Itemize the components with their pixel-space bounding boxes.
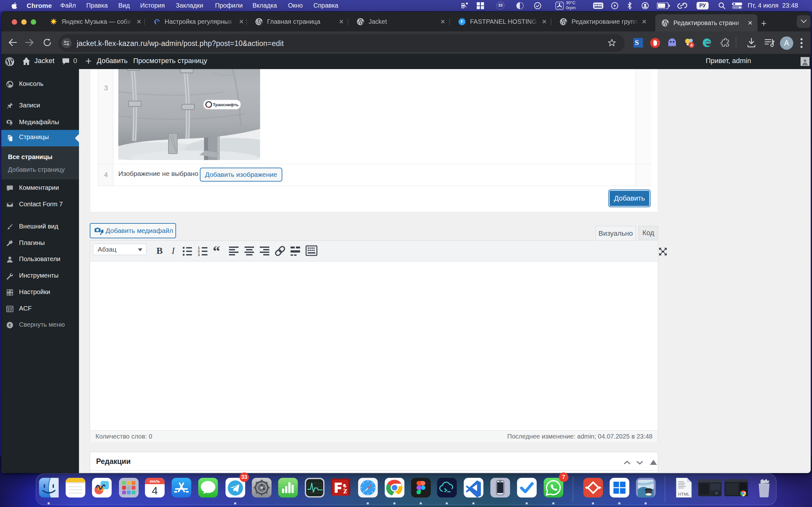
svg-text:Транснефть: Транснефть: [213, 102, 239, 107]
svg-text:z: z: [343, 486, 347, 495]
svg-text:3: 3: [198, 253, 200, 257]
svg-text:июль: июль: [150, 479, 160, 484]
svg-text:4: 4: [152, 485, 158, 497]
svg-text:B: B: [156, 245, 163, 256]
svg-text:“: “: [213, 244, 220, 258]
svg-text:4: 4: [690, 43, 693, 48]
svg-text:I: I: [171, 245, 175, 256]
svg-text:1: 1: [198, 246, 200, 250]
svg-text:2: 2: [198, 250, 200, 253]
svg-text:HTML: HTML: [678, 492, 689, 497]
svg-text:F: F: [461, 19, 463, 24]
